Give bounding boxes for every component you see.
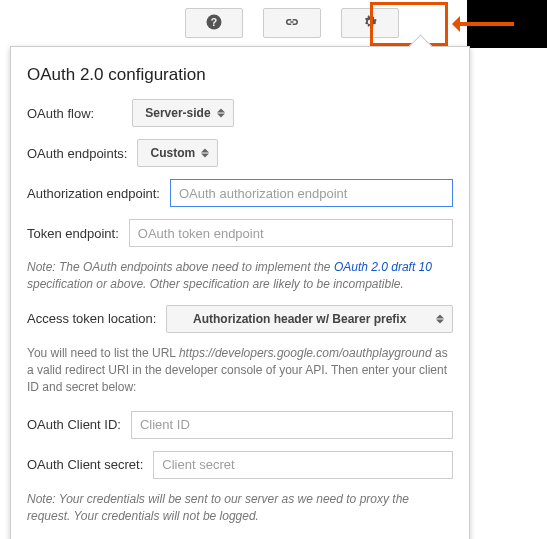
- link-button[interactable]: [263, 8, 321, 38]
- client-id-label: OAuth Client ID:: [27, 417, 121, 432]
- oauth-endpoints-value: Custom: [150, 146, 195, 160]
- chevron-updown-icon: [201, 149, 209, 158]
- token-endpoint-label: Token endpoint:: [27, 226, 119, 241]
- client-id-input[interactable]: [131, 411, 453, 439]
- note-text: specification or above. Other specificat…: [27, 277, 404, 291]
- oauth-config-panel: OAuth 2.0 configuration OAuth flow: Serv…: [10, 46, 470, 539]
- access-token-location-value: Authorization header w/ Bearer prefix: [179, 312, 420, 326]
- info-text: You will need to list the URL: [27, 346, 179, 360]
- auth-endpoint-label: Authorization endpoint:: [27, 186, 160, 201]
- help-button[interactable]: ?: [185, 8, 243, 38]
- panel-title: OAuth 2.0 configuration: [27, 65, 453, 85]
- gear-icon: [361, 13, 379, 34]
- svg-text:?: ?: [211, 15, 217, 27]
- oauth-flow-label: OAuth flow:: [27, 106, 94, 121]
- oauth-flow-select[interactable]: Server-side: [132, 99, 233, 127]
- client-secret-input[interactable]: [153, 451, 453, 479]
- note-text: Note: The OAuth endpoints above need to …: [27, 260, 334, 274]
- credentials-note: Note: Your credentials will be sent to o…: [27, 491, 453, 525]
- oauth-endpoints-select[interactable]: Custom: [137, 139, 218, 167]
- access-token-location-select[interactable]: Authorization header w/ Bearer prefix: [166, 305, 453, 333]
- client-secret-label: OAuth Client secret:: [27, 457, 143, 472]
- annotation-arrow: [454, 22, 514, 26]
- redirect-uri-info: You will need to list the URL https://de…: [27, 345, 453, 397]
- access-token-location-label: Access token location:: [27, 311, 156, 326]
- auth-endpoint-input[interactable]: [170, 179, 453, 207]
- oauth-flow-value: Server-side: [145, 106, 210, 120]
- oauth-endpoints-label: OAuth endpoints:: [27, 146, 127, 161]
- oauth-draft-link[interactable]: OAuth 2.0 draft 10: [334, 260, 432, 274]
- link-icon: [283, 13, 301, 34]
- chevron-updown-icon: [436, 314, 444, 323]
- endpoints-note: Note: The OAuth endpoints above need to …: [27, 259, 453, 293]
- settings-button[interactable]: [341, 8, 399, 38]
- token-endpoint-input[interactable]: [129, 219, 453, 247]
- chevron-updown-icon: [217, 109, 225, 118]
- redirect-url-text: https://developers.google.com/oauthplayg…: [179, 346, 432, 360]
- help-icon: ?: [205, 13, 223, 34]
